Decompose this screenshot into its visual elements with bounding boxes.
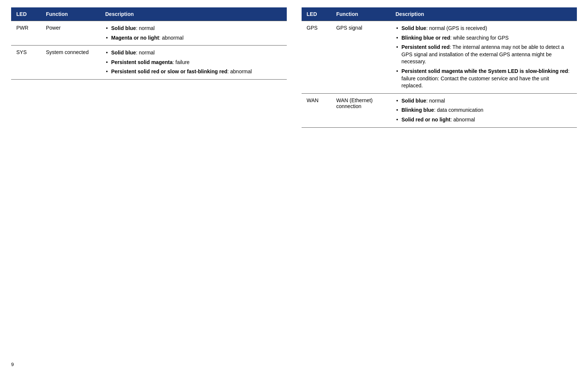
list-item: Solid blue: normal (GPS is received) xyxy=(396,25,572,32)
left-table: LED Function Description PWR Power Solid… xyxy=(11,7,287,80)
left-header-led: LED xyxy=(11,7,41,21)
led-cell: WAN xyxy=(302,93,331,127)
page-content: LED Function Description PWR Power Solid… xyxy=(11,7,577,354)
bullet-list: Solid blue: normal (GPS is received) Bli… xyxy=(396,25,572,90)
right-table: LED Function Description GPS GPS signal … xyxy=(302,7,577,128)
left-header-function: Function xyxy=(41,7,100,21)
function-cell: Power xyxy=(41,21,100,46)
bullet-list: Solid blue: normal Blinking blue: data c… xyxy=(396,97,572,124)
list-item: Persistent solid red or slow or fast-bli… xyxy=(105,68,282,76)
list-item: Blinking blue: data communication xyxy=(396,107,572,114)
left-header-description: Description xyxy=(100,7,287,21)
list-item: Persistent solid magenta: failure xyxy=(105,59,282,66)
list-item: Solid red or no light: abnormal xyxy=(396,116,572,124)
bullet-list: Solid blue: normal Magenta or no light: … xyxy=(105,25,282,41)
description-cell: Solid blue: normal (GPS is received) Bli… xyxy=(391,21,577,94)
led-cell: GPS xyxy=(302,21,331,94)
right-table-container: LED Function Description GPS GPS signal … xyxy=(302,7,577,354)
table-row: WAN WAN (Ethernet) connection Solid blue… xyxy=(302,93,577,127)
led-cell: PWR xyxy=(11,21,41,46)
bullet-list: Solid blue: normal Persistent solid mage… xyxy=(105,49,282,76)
right-header-led: LED xyxy=(302,7,331,21)
list-item: Blinking blue or red: while searching fo… xyxy=(396,34,572,42)
table-row: PWR Power Solid blue: normal Magenta or … xyxy=(11,21,287,46)
description-cell: Solid blue: normal Persistent solid mage… xyxy=(100,46,287,80)
right-header-function: Function xyxy=(331,7,391,21)
left-table-container: LED Function Description PWR Power Solid… xyxy=(11,7,287,354)
right-header-description: Description xyxy=(391,7,577,21)
list-item: Solid blue: normal xyxy=(105,25,282,32)
left-table-header-row: LED Function Description xyxy=(11,7,287,21)
list-item: Magenta or no light: abnormal xyxy=(105,34,282,42)
function-cell: GPS signal xyxy=(331,21,391,94)
led-cell: SYS xyxy=(11,46,41,80)
function-cell: System connected xyxy=(41,46,100,80)
list-item: Solid blue: normal xyxy=(396,97,572,105)
list-item: Solid blue: normal xyxy=(105,49,282,57)
description-cell: Solid blue: normal Magenta or no light: … xyxy=(100,21,287,46)
list-item: Persistent solid red: The internal anten… xyxy=(396,44,572,66)
list-item: Persistent solid magenta while the Syste… xyxy=(396,68,572,90)
table-row: GPS GPS signal Solid blue: normal (GPS i… xyxy=(302,21,577,94)
page-number: 9 xyxy=(11,362,577,367)
table-row: SYS System connected Solid blue: normal … xyxy=(11,46,287,80)
right-table-header-row: LED Function Description xyxy=(302,7,577,21)
function-cell: WAN (Ethernet) connection xyxy=(331,93,391,127)
description-cell: Solid blue: normal Blinking blue: data c… xyxy=(391,93,577,127)
